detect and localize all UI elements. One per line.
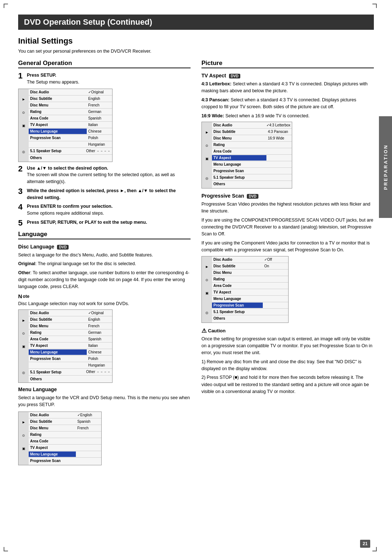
- icon-subtitle: ▶: [23, 96, 25, 103]
- caution-body1: Once the setting for progressive scan ou…: [201, 336, 374, 357]
- note-text: Disc Language selection may not work for…: [18, 300, 191, 307]
- icon-speaker: ◎: [22, 149, 25, 155]
- header-bar: DVD Operation Setup (Continued): [18, 15, 374, 30]
- disc-lang-original: Original: The original language set for …: [18, 260, 191, 267]
- note-box: N ote: [18, 293, 191, 299]
- prog-scan-body3: If you are using the Component Video jac…: [201, 240, 374, 254]
- two-col-layout: General Operation 1 Press SETUP. The Set…: [18, 60, 374, 468]
- menu-row-6: Menu Language Chinese: [29, 128, 112, 135]
- prog-scan-body2: If you are using the COMPONENT/PROGRESSI…: [201, 217, 374, 238]
- prog-scan-subtitle: Progressive Scan DVD: [201, 193, 374, 199]
- menu-table-menu-lang: ▶ ⊙ ▣ Disc Audio ✓English: [18, 412, 102, 465]
- icon2-subtitle: ▶: [23, 317, 25, 324]
- left-column: General Operation 1 Press SETUP. The Set…: [18, 60, 191, 468]
- caution-box: ⚠ Caution Once the setting for progressi…: [201, 327, 374, 396]
- caution-step2: 2) Press STOP (■) and hold it for more t…: [201, 374, 374, 395]
- menu-row-7: Progressive Scan Polish: [29, 135, 112, 141]
- step-4-text: Some options require additional steps.: [27, 211, 104, 216]
- menu-table-disc-lang2: ▶ ⊙ ▣ ◎ Disc Audio ✓Ori: [18, 309, 113, 383]
- step-4-content: Press ENTER to confirm your selection. S…: [27, 203, 113, 217]
- step-3: 3 While the desired option is selected, …: [18, 187, 191, 201]
- header-title: DVD Operation Setup (Continued): [24, 17, 152, 27]
- page-number: 21: [360, 540, 370, 548]
- icon-tvaspect: ▣: [22, 122, 25, 129]
- step-3-num: 3: [18, 187, 25, 195]
- step-1-text: The Setup menu appears.: [27, 80, 79, 85]
- menu-lang-body: Select a language for the VCR and DVD Se…: [18, 394, 191, 409]
- menu-table-disc-lang: ▶ ⊙ ▣ ◎ Disc Audio ✓Ori: [18, 89, 113, 162]
- menu-row-10: Others: [29, 155, 112, 161]
- disc-language-subtitle: Disc Language DVD: [18, 244, 191, 250]
- tv-aspect-badge: DVD: [229, 74, 240, 78]
- step-1: 1 Press SETUP. The Setup menu appears.: [18, 72, 191, 86]
- menu-row-5: TV Aspect Italian: [29, 122, 112, 128]
- icon2-rating: ⊙: [22, 330, 25, 337]
- step-3-bold: While the desired option is selected, pr…: [27, 188, 176, 200]
- menu-icons-col: ▶ ⊙ ▣ ◎: [19, 89, 29, 162]
- step-1-num: 1: [18, 72, 25, 80]
- menu-rows-disc: Disc Audio ✓Original Disc Subtitle Engli…: [29, 89, 112, 162]
- tv-aspect-panscan: 4:3 Panscan: Select when a standard 4:3 …: [201, 97, 374, 111]
- step-2: 2 Use ▲/▼ to select the desired option. …: [18, 165, 191, 185]
- tv-aspect-wide: 16:9 Wide: Select when a 16:9 wide TV is…: [201, 113, 374, 119]
- disc-lang-other: Other: To select another language, use n…: [18, 270, 191, 291]
- original-label: Original: [18, 261, 35, 266]
- step-2-text: The screen will show the current setting…: [27, 172, 175, 184]
- step-5-content: Press SETUP, RETURN, or PLAY to exit the…: [27, 219, 147, 226]
- menu-row-4: Area Code Spanish: [29, 115, 112, 122]
- step-4: 4 Press ENTER to confirm your selection.…: [18, 203, 191, 217]
- right-column: Picture TV Aspect DVD 4:3 Letterbox: Sel…: [201, 60, 374, 468]
- page-container: DVD Operation Setup (Continued) Initial …: [0, 0, 392, 555]
- step-1-bold: Press SETUP.: [27, 73, 56, 78]
- menu-table-prog-scan: ▶ ⊙ ▣ ◎ Disc Audio ✓Off: [201, 256, 289, 323]
- menu-row-8: Hungarian: [29, 141, 112, 148]
- step-3-content: While the desired option is selected, pr…: [27, 187, 191, 201]
- caution-step1: 1) Remove any disc from the unit and clo…: [201, 358, 374, 373]
- step-2-bold: Use ▲/▼ to select the desired option.: [27, 166, 108, 171]
- disc-language-badge: DVD: [57, 245, 68, 250]
- caution-title: ⚠ Caution: [201, 327, 374, 334]
- menu-icons-col2: ▶ ⊙ ▣ ◎: [19, 310, 29, 382]
- menu-icons-col3: ▶ ⊙ ▣: [19, 412, 29, 465]
- picture-title: Picture: [201, 60, 374, 68]
- menu-row-0: Disc Audio ✓Original: [29, 89, 112, 96]
- intro-text: You can set your personal preferences on…: [18, 49, 374, 54]
- prog-scan-body1: Progressive Scan Video provides the high…: [201, 201, 374, 215]
- menu-language-subtitle: Menu Language: [18, 386, 191, 392]
- caution-icon: ⚠: [201, 327, 207, 334]
- menu-rows-disc2: Disc Audio ✓Original Disc Subtitle Engli…: [29, 310, 112, 382]
- step-5-bold: Press SETUP, RETURN, or PLAY to exit the…: [27, 220, 147, 225]
- disc-lang-body1: Select a language for the disc's Menu, A…: [18, 252, 191, 259]
- other-label: Other: [18, 270, 30, 275]
- step-5: 5 Press SETUP, RETURN, or PLAY to exit t…: [18, 219, 191, 227]
- step-4-bold: Press ENTER to confirm your selection.: [27, 204, 113, 209]
- step-1-content: Press SETUP. The Setup menu appears.: [27, 72, 79, 86]
- icon2-tvaspect: ▣: [22, 343, 25, 350]
- prog-scan-badge: DVD: [247, 194, 258, 199]
- step-2-content: Use ▲/▼ to select the desired option. Th…: [27, 165, 191, 185]
- icon2-speaker: ◎: [22, 369, 25, 376]
- step-2-num: 2: [18, 165, 25, 173]
- menu-row-9: 5.1 Speaker Setup Other －－－－: [29, 148, 112, 155]
- language-title: Language: [18, 231, 191, 239]
- tv-aspect-subtitle: TV Aspect DVD: [201, 73, 374, 78]
- step-4-num: 4: [18, 203, 25, 211]
- general-operation-title: General Operation: [18, 60, 191, 68]
- main-title: Initial Settings: [18, 36, 374, 46]
- menu-table-tv-aspect: ▶ ⊙ ▣ ◎ Disc Audio ✓4:3 Letterbox: [201, 122, 292, 189]
- step-5-num: 5: [18, 219, 25, 227]
- note-icon: N: [18, 293, 22, 299]
- tv-aspect-letterbox: 4:3 Letterbox: Select when a standard 4:…: [201, 81, 374, 95]
- menu-row-3: Rating German: [29, 109, 112, 115]
- icon-rating: ⊙: [22, 109, 25, 116]
- menu-row-1: Disc Subtitle English: [29, 96, 112, 102]
- menu-row-2: Disc Menu French: [29, 102, 112, 109]
